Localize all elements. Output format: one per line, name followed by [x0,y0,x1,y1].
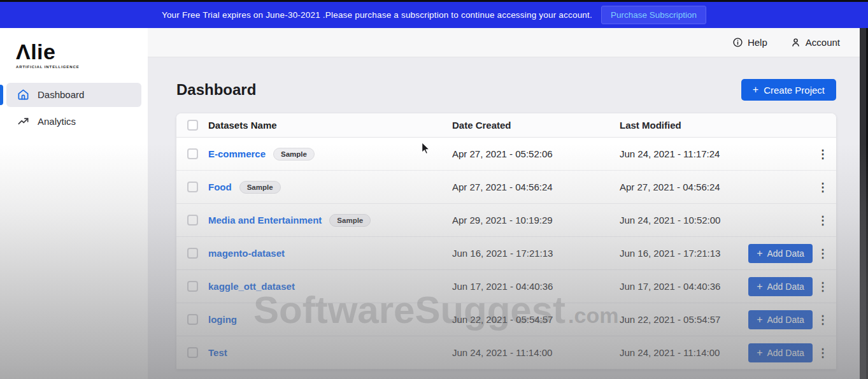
create-project-button[interactable]: + Create Project [741,79,836,101]
logo: Λlie ARTIFICIAL INTELLIGENCE [0,28,148,69]
plus-icon: + [757,282,762,292]
last-modified-value: Jun 16, 2021 - 17:21:13 [620,248,744,259]
table-row: Food Sample Apr 27, 2021 - 04:56:24 Apr … [176,171,836,204]
date-created-value: Jun 22, 2021 - 05:54:57 [452,314,620,325]
table-row: Test Jun 24, 2021 - 11:14:00 Jun 24, 202… [176,336,836,369]
app-shell: Λlie ARTIFICIAL INTELLIGENCE Dashboard [0,28,868,379]
dataset-name-link[interactable]: Media and Entertainment [208,215,322,225]
plus-icon: + [757,348,762,358]
column-header-last-modified: Last Modified [620,120,744,131]
person-icon [790,37,801,48]
info-icon [732,37,743,48]
create-project-label: Create Project [764,85,825,96]
date-created-value: Jun 17, 2021 - 04:40:36 [452,281,620,292]
row-checkbox[interactable] [187,347,198,358]
help-button[interactable]: Help [732,37,767,48]
row-checkbox[interactable] [187,281,198,292]
datasets-table: Datasets Name Date Created Last Modified… [176,113,836,369]
trial-banner: Your Free Trial expires on June-30-2021 … [0,2,868,28]
table-row: kaggle_ott_dataset Jun 17, 2021 - 04:40:… [176,270,836,303]
table-header-row: Datasets Name Date Created Last Modified [176,113,836,138]
account-label: Account [806,37,840,48]
content-header: Dashboard + Create Project [176,57,836,101]
sidebar-item-dashboard[interactable]: Dashboard [6,83,141,107]
row-checkbox[interactable] [187,248,198,259]
sidebar-item-label: Analytics [38,116,76,127]
table-row: Media and Entertainment Sample Apr 29, 2… [176,204,836,237]
sample-badge: Sample [273,148,315,161]
sidebar-item-label: Dashboard [38,89,84,100]
account-button[interactable]: Account [790,37,840,48]
plus-icon: + [757,248,762,259]
sidebar-item-analytics[interactable]: Analytics [6,110,141,134]
column-header-date-created: Date Created [452,120,620,131]
active-indicator [0,85,3,105]
last-modified-value: Apr 27, 2021 - 04:56:24 [620,182,744,192]
kebab-menu-icon[interactable]: ⋮ [817,313,829,326]
dataset-name-link[interactable]: Test [208,347,227,358]
add-data-button[interactable]: + Add Data [748,343,813,362]
add-data-button[interactable]: + Add Data [748,277,813,296]
last-modified-value: Jun 24, 2021 - 11:14:00 [620,347,744,358]
date-created-value: Jun 24, 2021 - 11:14:00 [452,347,620,358]
date-created-value: Apr 27, 2021 - 04:56:24 [452,182,620,192]
kebab-menu-icon[interactable]: ⋮ [817,347,829,359]
last-modified-value: Jun 24, 2021 - 10:52:00 [620,215,744,225]
add-data-label: Add Data [767,248,804,259]
plus-icon: + [753,85,758,95]
logo-subtitle: ARTIFICIAL INTELLIGENCE [16,65,148,69]
last-modified-value: Jun 24, 2021 - 11:17:24 [620,148,744,159]
last-modified-value: Jun 17, 2021 - 04:40:36 [620,281,744,292]
date-created-value: Jun 16, 2021 - 17:21:13 [452,248,620,259]
date-created-value: Apr 29, 2021 - 10:19:29 [452,215,620,225]
kebab-menu-icon[interactable]: ⋮ [817,247,829,260]
help-label: Help [748,37,767,48]
trending-up-icon [17,115,29,127]
kebab-menu-icon[interactable]: ⋮ [817,181,829,194]
date-created-value: Apr 27, 2021 - 05:52:06 [452,148,620,159]
sample-badge: Sample [239,181,281,194]
trial-banner-message: Your Free Trial expires on June-30-2021 … [162,10,592,20]
add-data-button[interactable]: + Add Data [748,244,813,263]
sample-badge: Sample [329,214,371,227]
kebab-menu-icon[interactable]: ⋮ [817,214,829,227]
topbar: Help Account [148,28,868,57]
row-checkbox[interactable] [187,148,198,159]
plus-icon: + [757,315,762,325]
table-row: magento-dataset Jun 16, 2021 - 17:21:13 … [176,237,836,270]
content: Dashboard + Create Project Datasets Name… [148,57,868,379]
purchase-subscription-button[interactable]: Purchase Subscription [601,6,706,24]
select-all-checkbox[interactable] [187,120,198,131]
row-checkbox[interactable] [187,182,198,192]
home-icon [17,89,29,101]
dataset-name-link[interactable]: E-commerce [208,148,266,159]
row-checkbox[interactable] [187,314,198,325]
last-modified-value: Jun 22, 2021 - 05:54:57 [620,314,744,325]
add-data-label: Add Data [767,348,804,358]
table-row: loging Jun 22, 2021 - 05:54:57 Jun 22, 2… [176,303,836,336]
logo-text: Λlie [16,41,148,64]
page-scrollbar[interactable] [860,28,868,379]
dataset-name-link[interactable]: magento-dataset [208,248,285,259]
dataset-name-link[interactable]: Food [208,182,232,192]
kebab-menu-icon[interactable]: ⋮ [817,148,829,161]
dataset-name-link[interactable]: kaggle_ott_dataset [208,281,295,292]
kebab-menu-icon[interactable]: ⋮ [817,280,829,293]
column-header-datasets-name: Datasets Name [208,120,452,131]
add-data-label: Add Data [767,282,804,292]
add-data-label: Add Data [767,315,804,325]
table-row: E-commerce Sample Apr 27, 2021 - 05:52:0… [176,138,836,171]
sidebar-menu: Dashboard Analytics [0,83,148,134]
add-data-button[interactable]: + Add Data [748,310,813,329]
table-body: E-commerce Sample Apr 27, 2021 - 05:52:0… [176,138,836,369]
main-area: Help Account Dashboard + Create Project [148,28,868,379]
page-title: Dashboard [176,81,256,99]
dataset-name-link[interactable]: loging [208,314,237,325]
sidebar: Λlie ARTIFICIAL INTELLIGENCE Dashboard [0,28,148,379]
row-checkbox[interactable] [187,215,198,225]
